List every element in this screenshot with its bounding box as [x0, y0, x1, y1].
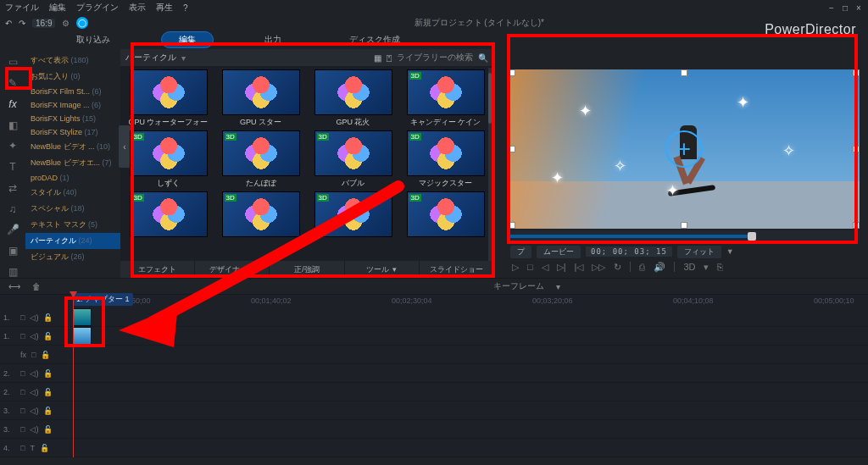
aspect-ratio[interactable]: 16:9 [32, 19, 55, 28]
search-input[interactable]: ライブラリーの検索 [397, 52, 473, 64]
ff-icon[interactable]: ▷▷ [592, 262, 605, 273]
loop-icon[interactable]: ↻ [614, 262, 621, 273]
thumb-10[interactable]: 3D [310, 191, 396, 249]
back-icon[interactable]: |◁ [575, 262, 584, 273]
tab-disc[interactable]: ディスク作成 [332, 32, 417, 47]
snapshot-icon[interactable]: ⎙ [639, 262, 645, 272]
thumb-11[interactable]: 3D [403, 191, 488, 249]
chapter-marker[interactable]: 1. チャプター 1 [73, 293, 133, 306]
preview-slider[interactable] [509, 230, 860, 242]
chapter-icon[interactable]: ▣ [5, 245, 20, 257]
track-1a[interactable]: 1.□◁)🔓 [0, 327, 868, 346]
cat-bfx2[interactable]: BorisFX Image ... (6) [25, 98, 120, 112]
grid-icon[interactable]: ▦ [374, 53, 381, 63]
pip-icon[interactable]: ◧ [5, 119, 20, 131]
eye-icon[interactable]: □ [20, 313, 25, 322]
next-icon[interactable]: ▷| [557, 262, 566, 273]
tab-edit[interactable]: 編集 [161, 31, 214, 48]
libtab-designer[interactable]: デザイナー▾ [195, 261, 270, 278]
pv-movie-button[interactable]: ムービー [537, 246, 581, 258]
thumb-8[interactable]: 3D [125, 191, 211, 249]
track-2a[interactable]: 2.□◁)🔓 [0, 383, 868, 401]
cat-nb1[interactable]: NewBlue ビデオ ... (10) [25, 139, 120, 155]
track-2v[interactable]: 2.□◁)🔓 [0, 364, 868, 383]
tab-output[interactable]: 出力 [248, 32, 298, 47]
audio-icon[interactable]: ♫ [5, 202, 20, 215]
cat-fav[interactable]: お気に入り (0) [25, 69, 120, 85]
track-fx[interactable]: fx□🔓 [0, 346, 868, 364]
timeline-clip[interactable] [73, 308, 92, 326]
pv-timecode[interactable]: 00; 00; 03; 15 [586, 246, 672, 257]
cat-style[interactable]: スタイル (40) [25, 185, 120, 201]
gear-icon[interactable]: ⚙ [62, 19, 70, 28]
track-3a[interactable]: 3.□◁)🔓 [0, 420, 868, 439]
thumb-7[interactable]: 3Dマジックスター [403, 130, 488, 188]
cat-bfx1[interactable]: BorisFX Film St... (6) [25, 85, 120, 98]
libtab-tool[interactable]: ツール▾ [345, 261, 420, 278]
resize-handles[interactable] [512, 73, 856, 225]
stop-icon[interactable]: □ [527, 262, 533, 272]
thumb-9[interactable]: 3D [218, 191, 303, 249]
search-icon[interactable]: 🔍 [478, 53, 488, 63]
cat-prodad[interactable]: proDAD (1) [25, 171, 120, 185]
lock-icon[interactable]: 🔓 [43, 313, 53, 322]
speaker-icon[interactable]: ◁) [30, 313, 38, 322]
menu-help[interactable]: ? [183, 3, 188, 13]
volume-icon[interactable]: 🔊 [654, 262, 665, 273]
min-button[interactable]: − [827, 3, 836, 13]
playhead[interactable] [73, 295, 74, 457]
title-icon[interactable]: T [5, 161, 20, 174]
pv-fit-button[interactable]: フィット [677, 246, 721, 258]
thumb-6[interactable]: 3Dバブル [310, 130, 396, 188]
pv-clip-button[interactable]: プ [510, 246, 531, 258]
redo-icon[interactable]: ↷ [19, 19, 25, 28]
trash-icon[interactable]: 🗑 [32, 282, 41, 291]
thumb-4[interactable]: 3Dしずく [125, 130, 211, 188]
libtab-effect[interactable]: エフェクト [120, 261, 195, 278]
voice-icon[interactable]: 🎤 [5, 224, 20, 236]
cat-bfx4[interactable]: BorisFX Stylize (17) [25, 125, 120, 139]
brush-icon[interactable]: ✎ [5, 77, 20, 90]
ai-icon[interactable]: ◯ [76, 17, 88, 29]
track-4t[interactable]: 4.□T🔓 [0, 439, 868, 457]
3d-button[interactable]: 3D [683, 262, 695, 272]
track-3v[interactable]: 3.□◁)🔓 [0, 401, 868, 420]
cat-all[interactable]: すべて表示 (180) [25, 53, 120, 69]
chevron-down-icon[interactable]: ▾ [556, 282, 560, 291]
particle-icon[interactable]: ✦ [5, 140, 20, 152]
transition-icon[interactable]: ⇄ [5, 181, 20, 194]
media-icon[interactable]: ▭ [5, 56, 20, 69]
menu-edit[interactable]: 編集 [49, 2, 66, 14]
chevron-down-icon[interactable]: ▼ [726, 247, 734, 256]
undo-icon[interactable]: ↶ [5, 19, 12, 28]
menu-plugin[interactable]: プラグイン [76, 2, 119, 14]
fx-icon[interactable]: fx [5, 97, 20, 110]
max-button[interactable]: □ [841, 3, 849, 13]
thumb-3[interactable]: 3Dキャンディー ケイン [403, 69, 488, 127]
keyframe-button[interactable]: キーフレーム [493, 280, 544, 292]
cat-nb2[interactable]: NewBlue ビデオエ... (7) [25, 155, 120, 171]
menu-file[interactable]: ファイル [5, 2, 39, 14]
libtab-fix[interactable]: 正/強調 [270, 261, 344, 278]
menu-play[interactable]: 再生 [156, 2, 173, 14]
sort-icon[interactable]: ⍞ [387, 53, 392, 63]
play-icon[interactable]: ▷ [512, 262, 519, 273]
cat-visual[interactable]: ビジュアル (26) [25, 249, 120, 265]
library-scrollbar[interactable] [488, 68, 492, 261]
cat-particle[interactable]: パーティクル (24) [25, 233, 120, 249]
thumb-2[interactable]: GPU 花火 [310, 69, 396, 127]
dock-icon[interactable]: ⎘ [717, 262, 723, 272]
tab-import[interactable]: 取り込み [59, 32, 127, 47]
menu-view[interactable]: 表示 [129, 2, 146, 14]
library-dropdown[interactable]: パーティクル [125, 52, 176, 64]
split-icon[interactable]: ⟷ [8, 282, 20, 291]
thumb-5[interactable]: 3Dたんぽぽ [218, 130, 303, 188]
track-1v[interactable]: 1.□◁)🔓 1. チャプター 1 [0, 308, 868, 327]
subtitle-icon[interactable]: ▥ [5, 265, 20, 278]
cat-textmask[interactable]: テキスト マスク (5) [25, 217, 120, 233]
preview-canvas[interactable]: ✦ ✧ ✦ ✧ ✦ ✦ + [509, 69, 860, 229]
prev-icon[interactable]: ◁ [542, 262, 548, 273]
thumb-1[interactable]: GPU スター [218, 69, 303, 127]
close-button[interactable]: × [854, 3, 863, 13]
chevron-down-icon[interactable]: ▾ [181, 53, 186, 63]
